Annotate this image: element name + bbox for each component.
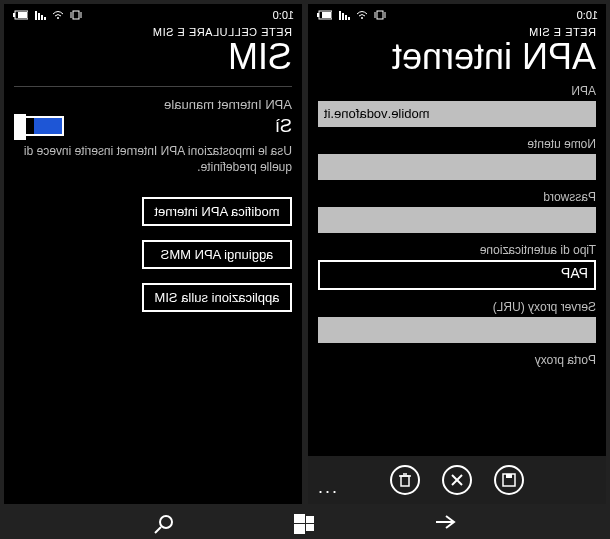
svg-rect-15 [401,476,409,486]
clock: 10:0 [577,9,598,21]
svg-rect-10 [322,12,331,18]
svg-rect-30 [306,516,314,523]
svg-rect-22 [44,17,46,20]
vibrate-icon [374,10,386,20]
svg-rect-33 [294,524,305,534]
proxy-url-input[interactable] [318,317,596,343]
phone-screen-apn-edit: 10:0 RETE E SIM APN internet APN Nome ut… [308,4,606,504]
clock: 10:0 [273,9,294,21]
back-button[interactable] [434,514,456,538]
start-button[interactable] [294,514,314,538]
svg-rect-28 [18,12,27,18]
signal-icon [338,10,350,20]
wifi-icon [356,10,368,20]
status-bar: 10:0 [4,4,302,24]
add-apn-mms-button[interactable]: aggiungi APN MMS [142,240,292,269]
page-title: APN internet [308,38,606,84]
page-title: SIM [4,38,302,84]
auth-type-select[interactable]: PAP [318,260,596,290]
svg-point-3 [361,17,363,19]
vibrate-icon [70,10,82,20]
proxy-url-label: Server proxy (URL) [318,300,596,314]
save-button[interactable] [494,465,524,495]
battery-icon [12,10,28,20]
svg-rect-27 [13,13,15,17]
password-input[interactable] [318,207,596,233]
apn-input[interactable] [318,101,596,127]
hardware-nav [0,508,610,538]
proxy-port-label: Porta proxy [318,353,596,367]
delete-button[interactable] [390,465,420,495]
divider [14,86,292,87]
status-bar: 10:0 [308,4,606,24]
svg-rect-12 [506,474,512,478]
signal-icon [34,10,46,20]
app-bar: ... [308,456,606,504]
toggle-state-text: Sì [275,116,292,137]
svg-rect-9 [317,13,319,17]
apn-label: APN [318,84,596,98]
wifi-icon [52,10,64,20]
svg-rect-18 [73,11,79,19]
auth-type-label: Tipo di autenticazione [318,243,596,257]
phone-screen-sim: 10:0 RETE CELLULARE E SIM SIM APN Intern… [4,4,302,504]
edit-apn-internet-button[interactable]: modifica APN internet [142,197,292,226]
svg-rect-24 [38,13,40,20]
more-button[interactable]: ... [316,477,337,498]
username-input[interactable] [318,154,596,180]
svg-rect-6 [342,13,344,20]
svg-rect-31 [294,514,305,523]
trash-icon [399,473,411,487]
sim-applications-button[interactable]: applicazioni sulla SIM [142,283,292,312]
manual-apn-hint: Usa le impostazioni APN Internet inserit… [14,143,292,175]
svg-point-34 [160,516,172,528]
manual-apn-toggle[interactable] [14,116,64,136]
svg-rect-5 [345,15,347,20]
close-icon [451,474,463,486]
svg-rect-4 [348,17,350,20]
svg-line-35 [155,527,161,533]
svg-rect-25 [35,11,37,20]
password-label: Password [318,190,596,204]
search-button[interactable] [154,514,174,538]
svg-rect-32 [306,524,314,531]
save-icon [502,473,516,487]
cancel-button[interactable] [442,465,472,495]
svg-point-21 [57,17,59,19]
battery-icon [316,10,332,20]
svg-rect-23 [41,15,43,20]
username-label: Nome utente [318,137,596,151]
svg-rect-7 [339,11,341,20]
svg-rect-0 [377,11,383,19]
manual-apn-label: APN Internet manuale [14,97,292,112]
